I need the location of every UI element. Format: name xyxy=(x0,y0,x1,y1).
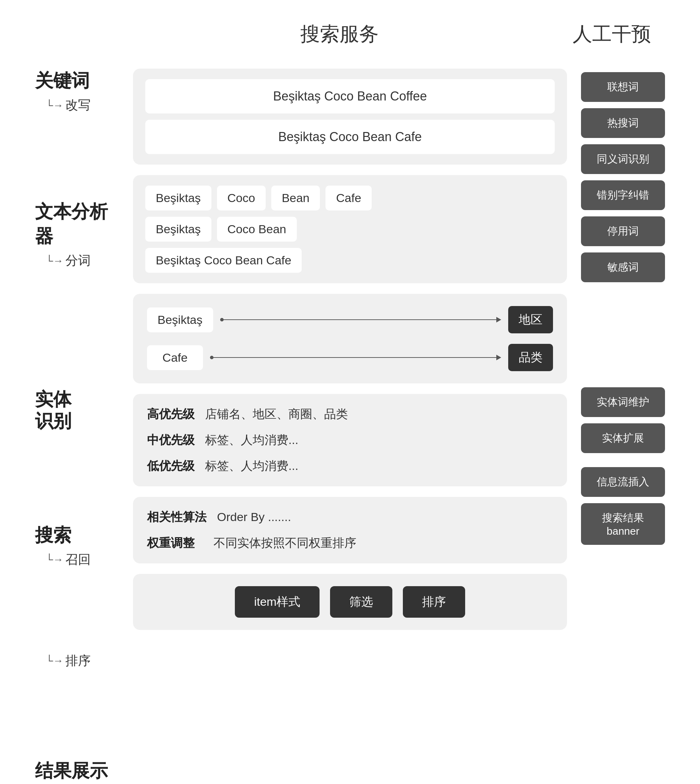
keyword-main-label: 关键词 xyxy=(35,68,119,93)
priority-high-label: 高优先级 xyxy=(147,406,195,422)
hot-search-button[interactable]: 热搜词 xyxy=(581,108,665,138)
relevance-content: Order By ....... xyxy=(217,510,291,524)
priority-low-content: 标签、人均消费... xyxy=(205,458,298,474)
token-bean: Bean xyxy=(271,185,320,210)
priority-high-row: 高优先级 店铺名、地区、商圈、品类 xyxy=(147,406,553,422)
page-header: 搜索服务 人工干预 xyxy=(28,21,672,68)
text-analyzer-main-label: 文本分析器 xyxy=(35,200,119,249)
sensitive-words-button[interactable]: 敏感词 xyxy=(581,252,665,282)
search-recall-sub-label: 召回 xyxy=(65,551,91,568)
search-label-block: 搜索 └→ 召回 └→ 排序 xyxy=(35,523,119,748)
entity-arrow-1 xyxy=(220,314,502,325)
token-besiktas-1: Beşiktaş xyxy=(145,185,212,210)
weight-row: 权重调整 不同实体按照不同权重排序 xyxy=(147,535,553,551)
keyword-input-2: Beşiktaş Coco Bean Cafe xyxy=(145,120,555,154)
relevance-label: 相关性算法 xyxy=(147,509,207,525)
entity-arrow-2 xyxy=(210,352,501,363)
text-analyzer-label-block: 文本分析器 └→ 分词 xyxy=(35,200,119,378)
center-content-column: Beşiktaş Coco Bean Coffee Beşiktaş Coco … xyxy=(133,68,567,630)
entity-target-region: 地区 xyxy=(508,306,553,334)
result-label-block: 结果展示 xyxy=(35,759,119,783)
priority-low-row: 低优先级 标签、人均消费... xyxy=(147,458,553,474)
stop-words-button[interactable]: 停用词 xyxy=(581,217,665,246)
right-sidebar-column: 联想词 热搜词 同义词识别 错别字纠错 停用词 敏感词 实体词维护 实体扩展 信… xyxy=(581,68,665,545)
weight-content: 不同实体按照不同权重排序 xyxy=(213,535,356,551)
relevance-row: 相关性算法 Order By ....... xyxy=(147,509,553,525)
sidebar-group-1: 联想词 热搜词 同义词识别 错别字纠错 停用词 敏感词 xyxy=(581,72,665,282)
search-recall-card: 高优先级 店铺名、地区、商圈、品类 中优先级 标签、人均消费... 低优先级 标… xyxy=(133,394,567,486)
token-row-1: Beşiktaş Coco Bean Cafe xyxy=(145,185,555,210)
manual-intervention-title: 人工干预 xyxy=(573,23,651,45)
result-main-label: 结果展示 xyxy=(35,761,108,781)
entity-recognition-card: Beşiktaş 地区 Cafe xyxy=(133,294,567,384)
token-cafe-1: Cafe xyxy=(325,185,372,210)
suggestion-words-button[interactable]: 联想词 xyxy=(581,72,665,102)
entity-maintenance-button[interactable]: 实体词维护 xyxy=(581,387,665,417)
entity-target-category: 品类 xyxy=(508,344,553,371)
priority-high-content: 店铺名、地区、商圈、品类 xyxy=(205,406,348,422)
sort-sub-label: 排序 xyxy=(65,652,91,669)
item-style-button[interactable]: item样式 xyxy=(235,586,320,618)
priority-mid-row: 中优先级 标签、人均消费... xyxy=(147,432,553,448)
token-full-phrase: Beşiktaş Coco Bean Cafe xyxy=(145,248,302,273)
entity-source-cafe: Cafe xyxy=(147,345,203,370)
token-row-3: Beşiktaş Coco Bean Cafe xyxy=(145,248,555,273)
sort-button[interactable]: 排序 xyxy=(403,586,465,618)
token-coco-bean: Coco Bean xyxy=(217,217,297,242)
priority-mid-label: 中优先级 xyxy=(147,432,195,448)
entity-row-1: Beşiktaş 地区 xyxy=(147,306,553,334)
token-row-2: Beşiktaş Coco Bean xyxy=(145,217,555,242)
sort-card: 相关性算法 Order By ....... 权重调整 不同实体按照不同权重排序 xyxy=(133,497,567,564)
feed-insertion-button[interactable]: 信息流插入 xyxy=(581,467,665,497)
entity-main-label: 实体 识别 xyxy=(35,388,119,432)
token-coco: Coco xyxy=(217,185,266,210)
entity-expansion-button[interactable]: 实体扩展 xyxy=(581,423,665,453)
synonym-recognition-button[interactable]: 同义词识别 xyxy=(581,144,665,174)
search-service-title: 搜索服务 xyxy=(300,23,379,45)
keyword-label-block: 关键词 └→ 改写 xyxy=(35,68,119,189)
typo-correction-button[interactable]: 错别字纠错 xyxy=(581,180,665,210)
keyword-sub-label: 改写 xyxy=(65,97,91,114)
priority-low-label: 低优先级 xyxy=(147,458,195,474)
sidebar-group-3: 信息流插入 搜索结果banner xyxy=(581,467,665,545)
weight-label: 权重调整 xyxy=(147,535,203,551)
result-display-card: item样式 筛选 排序 xyxy=(133,574,567,630)
result-buttons-row: item样式 筛选 排序 xyxy=(147,586,553,618)
entity-row-2: Cafe 品类 xyxy=(147,344,553,371)
left-labels-column: 关键词 └→ 改写 文本分析器 └→ 分词 xyxy=(35,68,119,783)
text-analyzer-card: Beşiktaş Coco Bean Cafe Beşiktaş xyxy=(133,175,567,283)
keyword-card: Beşiktaş Coco Bean Coffee Beşiktaş Coco … xyxy=(133,68,567,165)
entity-label-block: 实体 识别 xyxy=(35,388,119,513)
keyword-input-1: Beşiktaş Coco Bean Coffee xyxy=(145,79,555,113)
sidebar-group-2: 实体词维护 实体扩展 xyxy=(581,387,665,453)
entity-source-besiktas: Beşiktaş xyxy=(147,307,213,332)
priority-mid-content: 标签、人均消费... xyxy=(205,432,298,448)
search-main-label: 搜索 xyxy=(35,523,119,548)
token-besiktas-2: Beşiktaş xyxy=(145,217,212,242)
filter-button[interactable]: 筛选 xyxy=(330,586,392,618)
search-result-banner-button[interactable]: 搜索结果banner xyxy=(581,503,665,545)
text-analyzer-sub-label: 分词 xyxy=(65,252,91,269)
